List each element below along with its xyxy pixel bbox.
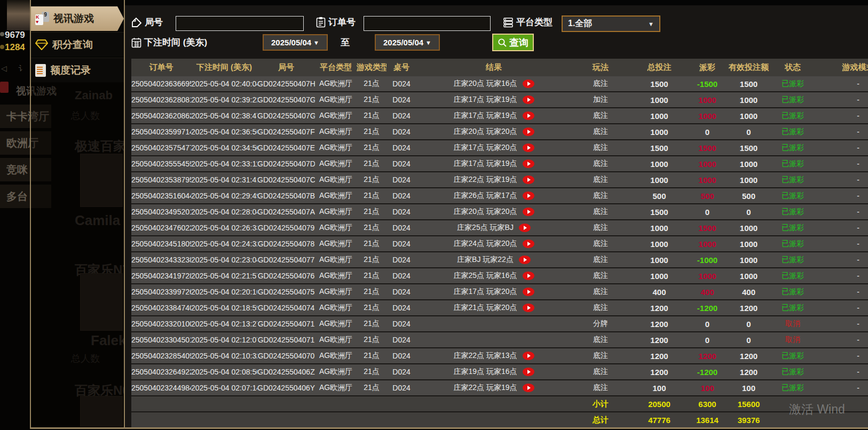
play-video-button[interactable] xyxy=(523,160,534,168)
platform-type-select[interactable]: 1.全部 ▼ xyxy=(562,15,660,32)
result-text: 庄家25点 玩家16点 xyxy=(453,271,517,281)
table-row: 2505040234760222025-05-04 02:26:33GD0242… xyxy=(131,220,868,236)
game-type-cell: 21点 xyxy=(357,111,386,121)
total-bet-cell: 1000 xyxy=(630,224,689,233)
play-video-button[interactable] xyxy=(523,128,534,136)
result-text: 庄家20点 玩家16点 xyxy=(453,79,517,89)
game-mode-cell: - xyxy=(814,128,868,136)
order-number-input[interactable] xyxy=(364,16,491,31)
server-list-icon xyxy=(503,17,514,28)
platform-cell: AG欧洲厅 xyxy=(315,143,357,153)
result-cell: 庄家17点 玩家19点 xyxy=(416,111,571,121)
result-cell: 庄家20点 玩家20点 xyxy=(416,207,571,217)
platform-cell: AG欧洲厅 xyxy=(315,127,357,137)
round-number-cell: GD02425504070 xyxy=(257,352,315,360)
play-video-button[interactable] xyxy=(523,79,534,88)
total-bet-cell: 1000 xyxy=(630,272,689,281)
play-video-button[interactable] xyxy=(523,352,534,360)
valid-bet-cell: 1000 xyxy=(726,160,771,169)
order-number-cell: 250504023599714 xyxy=(131,128,191,136)
table-row: 2505040233847402025-05-04 02:18:59GD0242… xyxy=(131,300,868,316)
date-from-value: 2025/05/04 xyxy=(271,38,311,47)
windows-activation-watermark: 激活 Wind xyxy=(789,401,845,418)
round-number-cell: GD0242550407C xyxy=(257,176,315,184)
game-mode-cell: - xyxy=(814,288,868,296)
platform-cell: AG欧洲厅 xyxy=(315,383,357,393)
play-video-button[interactable] xyxy=(523,95,534,104)
date-to-select[interactable]: 2025/05/04 ▼ xyxy=(375,34,440,51)
table-number-cell: D024 xyxy=(386,208,416,216)
play-type-cell: 底注 xyxy=(571,303,630,313)
status-cell: 已派彩 xyxy=(771,143,814,153)
play-video-button[interactable] xyxy=(523,176,534,184)
order-number-cell: 250504023264922 xyxy=(131,368,191,376)
records-table-body: 2505040236366952025-05-04 02:40:04GD0242… xyxy=(131,76,868,396)
column-header: 总投注 xyxy=(630,62,689,73)
play-video-button[interactable] xyxy=(523,288,534,296)
round-number-input[interactable] xyxy=(176,16,304,31)
menu-item-points-query[interactable]: 积分查询 xyxy=(31,32,124,57)
play-type-cell: 底注 xyxy=(571,111,630,121)
play-video-button[interactable] xyxy=(523,240,534,248)
play-type-cell: 底注 xyxy=(571,191,630,201)
result-cell: 庄家20点 玩家16点 xyxy=(416,79,571,89)
game-type-cell: 21点 xyxy=(357,95,386,105)
platform-cell: AG欧洲厅 xyxy=(315,239,357,249)
table-row: 2505040235387952025-05-04 02:31:41GD0242… xyxy=(131,172,868,188)
status-cell: 取消 xyxy=(771,335,814,345)
table-number-cell: D024 xyxy=(386,352,416,360)
valid-bet-sum-cell: 39376 xyxy=(726,416,771,425)
menu-item-video-games[interactable]: 9K♥ 视讯游戏 xyxy=(31,6,124,31)
play-video-button[interactable] xyxy=(519,224,531,232)
bet-time-cell: 2025-05-04 02:18:59 xyxy=(191,304,257,312)
column-header: 订单号 xyxy=(131,62,191,73)
play-type-cell: 底注 xyxy=(571,159,630,169)
play-video-button[interactable] xyxy=(523,384,534,392)
table-number-cell: D024 xyxy=(386,320,416,328)
play-video-button[interactable] xyxy=(523,272,534,280)
valid-bet-cell: 100 xyxy=(726,384,771,393)
game-type-cell: 21点 xyxy=(357,271,386,281)
table-row: 2505040235160442025-05-04 02:29:49GD0242… xyxy=(131,188,868,204)
order-number-cell: 250504023495201 xyxy=(131,208,191,216)
platform-cell: AG欧洲厅 xyxy=(315,207,357,217)
game-mode-cell: - xyxy=(814,79,868,88)
total-bet-cell: 1500 xyxy=(630,144,689,153)
play-video-button[interactable] xyxy=(523,112,534,120)
table-number-cell: D024 xyxy=(386,256,416,264)
game-mode-cell: - xyxy=(814,112,868,120)
play-video-button[interactable] xyxy=(523,208,534,216)
payout-cell: 1000 xyxy=(689,112,726,121)
status-cell: 已派彩 xyxy=(771,303,814,313)
game-mode-cell: - xyxy=(814,272,868,280)
table-row: 2505040234952012025-05-04 02:28:04GD0242… xyxy=(131,204,868,220)
payout-cell: 100 xyxy=(689,384,726,393)
status-cell: 已派彩 xyxy=(771,223,814,233)
menu-item-label: 视讯游戏 xyxy=(53,12,94,26)
search-button[interactable]: 查询 xyxy=(492,34,534,51)
result-cell: 庄家17点 玩家20点 xyxy=(416,287,571,297)
table-row: 2505040236280812025-05-04 02:39:22GD0242… xyxy=(131,92,868,108)
play-video-button[interactable] xyxy=(523,192,534,200)
play-video-button[interactable] xyxy=(519,256,531,264)
date-from-select[interactable]: 2025/05/04 ▼ xyxy=(263,34,328,51)
round-number-cell: GD0242550406Y xyxy=(257,384,315,392)
total-bet-cell: 1500 xyxy=(630,208,689,217)
total-bet-cell: 1500 xyxy=(630,79,689,89)
play-type-cell: 底注 xyxy=(571,127,630,137)
diamond-icon xyxy=(35,39,48,50)
valid-bet-cell: 1200 xyxy=(726,352,771,361)
game-mode-cell: - xyxy=(814,336,868,344)
platform-cell: AG欧洲厅 xyxy=(315,95,357,105)
payout-sum-cell: 6300 xyxy=(689,400,726,409)
play-video-button[interactable] xyxy=(523,368,534,376)
play-type-cell: 底注 xyxy=(571,143,630,153)
result-text: 庄家21点 玩家20点 xyxy=(453,303,517,313)
play-type-cell: 底注 xyxy=(571,255,630,265)
menu-item-credit-records[interactable]: 额度记录 xyxy=(31,58,124,82)
payout-cell: 0 xyxy=(689,128,726,137)
play-video-button[interactable] xyxy=(523,144,534,152)
valid-bet-cell: 1000 xyxy=(726,95,771,105)
payout-cell: 0 xyxy=(689,336,726,345)
play-video-button[interactable] xyxy=(523,304,534,312)
